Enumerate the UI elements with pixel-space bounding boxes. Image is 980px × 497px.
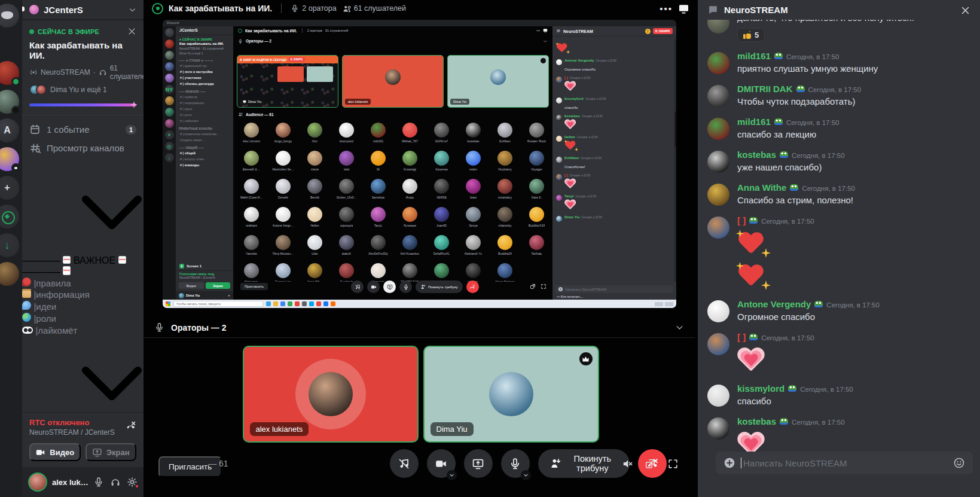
- speaker-tile[interactable]: Dima Yiu: [423, 346, 599, 443]
- chat-message[interactable]: [ ] Сегодня, в 17:50: [707, 332, 970, 374]
- chat-message[interactable]: делай то, что нравиться и все получиться…: [707, 20, 970, 42]
- soundboard-muted-button[interactable]: [390, 449, 419, 478]
- disconnect-icon[interactable]: [126, 420, 136, 431]
- server-icon[interactable]: [0, 233, 19, 257]
- fullscreen-icon[interactable]: [667, 458, 679, 469]
- message-timestamp: Сегодня, в 17:50: [808, 86, 862, 93]
- taskbar-app-icon: [295, 301, 300, 306]
- emoji-picker-icon[interactable]: [953, 457, 965, 469]
- scrollbar[interactable]: [674, 38, 676, 282]
- screenshare-button[interactable]: [464, 449, 493, 478]
- screen-share-button[interactable]: Экран: [86, 443, 137, 461]
- leave-stage-button[interactable]: Покинуть трибуну: [538, 449, 630, 478]
- camera-options-chevron[interactable]: [447, 470, 457, 480]
- channel-row[interactable]: |информация: [22, 289, 144, 301]
- rtc-location[interactable]: NeuroSTREAM / JCenterS: [29, 428, 126, 437]
- message-author[interactable]: kostebas: [737, 416, 776, 426]
- speaker-tile[interactable]: alex lukianets: [243, 346, 419, 443]
- close-icon[interactable]: [127, 27, 136, 36]
- server-icon[interactable]: [0, 262, 19, 286]
- audience-name: Rustam 'Rock: [527, 139, 546, 143]
- chat-input[interactable]: [742, 452, 947, 474]
- chat-message[interactable]: kostebas Сегодня, в 17:50 уже нашел спас…: [707, 150, 970, 173]
- pepe-badge-icon: [780, 418, 788, 425]
- server-letter: A: [0, 118, 19, 142]
- avatar: [371, 123, 386, 138]
- camera-button[interactable]: [427, 449, 456, 478]
- message-author[interactable]: [ ]: [737, 215, 746, 225]
- audience-member: Anna Wit…: [299, 261, 331, 282]
- audience-name: Кошечка: [435, 167, 447, 171]
- chevron-down-icon[interactable]: [675, 323, 684, 332]
- inner-sidebar-row: # | лайкомёт: [176, 118, 233, 124]
- message-author[interactable]: kostebas: [737, 150, 776, 160]
- leave-stage-icon: [549, 458, 561, 469]
- popout-icon[interactable]: [645, 458, 656, 469]
- channel-emoji-icon: [22, 313, 31, 322]
- avatar[interactable]: [28, 472, 47, 492]
- channel-row[interactable]: |роли: [22, 313, 144, 325]
- channel-row[interactable]: |лайкомёт: [22, 325, 144, 337]
- message-author[interactable]: [ ]: [737, 332, 746, 342]
- server-icon[interactable]: +: [0, 176, 19, 200]
- user-name[interactable]: alex lukian…: [52, 478, 88, 487]
- avatar: [466, 179, 481, 194]
- close-chat-button[interactable]: [960, 4, 970, 15]
- live-event-card[interactable]: СЕЙЧАС В ЭФИРЕ Как зарабатывать на ИИ. N…: [22, 20, 144, 115]
- audience-member: den.plyaskin: [426, 261, 457, 282]
- browse-channels-row[interactable]: Просмотр каналов: [22, 139, 144, 157]
- avatar: [244, 207, 259, 222]
- server-icon[interactable]: [0, 61, 19, 85]
- channel-row[interactable]: |правила: [22, 278, 144, 289]
- avatar: [529, 123, 544, 138]
- message-author[interactable]: kissmylord: [737, 383, 784, 394]
- chat-message[interactable]: Anna Withe Сегодня, в 17:50 Спасибо за с…: [707, 182, 970, 206]
- mic-options-chevron[interactable]: [521, 470, 531, 480]
- inner-sidebar-bottom: SScreen 1 Голосовая связь под. NeuroSTRE…: [176, 262, 233, 300]
- attach-plus-icon[interactable]: [723, 457, 735, 469]
- message-author[interactable]: Anna Withe: [737, 182, 786, 193]
- audience-member: SGFbl w7: [426, 121, 457, 149]
- inner-sidebar-row: Dima Yiu и ещё 1: [176, 51, 233, 56]
- avatar: [371, 151, 386, 166]
- chat-message[interactable]: DMITRII DAK Сегодня, в 17:50 Чтобы чуток…: [707, 84, 970, 108]
- server-icon[interactable]: A: [0, 118, 19, 142]
- chat-message[interactable]: kostebas Сегодня, в 17:50: [707, 416, 970, 452]
- message-author[interactable]: Antone Vergendy: [737, 299, 811, 309]
- server-header[interactable]: JCenterS: [22, 0, 144, 20]
- thumbsup-reaction[interactable]: 5: [737, 28, 765, 42]
- mute-stream-icon[interactable]: [622, 458, 633, 469]
- server-icon[interactable]: [0, 90, 19, 114]
- channel-row[interactable]: |идеи: [22, 301, 144, 313]
- inner-window-titlebar: Discord: [163, 20, 676, 26]
- message-author[interactable]: DMITRII DAK: [737, 84, 793, 94]
- inner-sidebar: SScreen 1 Голосовая связь под. NeuroSTRE…: [176, 26, 233, 300]
- stream-view[interactable]: Discord NY+◎↓ SScreen 1 Голосовая связь …: [163, 20, 676, 308]
- audience-name: resiktant: [246, 224, 257, 227]
- headphones-icon[interactable]: [110, 477, 121, 487]
- channel-row[interactable]: ———— ВАЖНОЕ ————: [22, 166, 144, 278]
- chat-message[interactable]: [ ] Сегодня, в 17:50: [707, 215, 970, 290]
- video-button[interactable]: Видео: [29, 443, 81, 461]
- chat-message[interactable]: mild161 Сегодня, в 17:50 спасибо за лекц…: [707, 117, 970, 141]
- channel-row[interactable]: ПРИВАТНЫЕ КАНАЛЫ: [22, 337, 144, 412]
- server-icon[interactable]: [0, 205, 19, 228]
- audience-member: Alec Umnizzi: [236, 121, 267, 149]
- more-options-icon[interactable]: •••: [660, 4, 673, 14]
- mic-icon[interactable]: [93, 477, 104, 487]
- message-author[interactable]: mild161: [737, 51, 771, 61]
- server-icon[interactable]: [0, 32, 19, 56]
- mic-button[interactable]: [501, 449, 530, 478]
- speakers-section-header[interactable]: Ораторы — 2: [144, 318, 695, 338]
- chat-message[interactable]: kissmylord Сегодня, в 17:50 спасибо: [707, 383, 970, 407]
- server-icon[interactable]: [0, 4, 19, 28]
- audience-member: Lilan: [299, 233, 331, 261]
- audience-name: Kiril Kusankov: [401, 252, 420, 255]
- message-author[interactable]: mild161: [737, 117, 771, 127]
- server-icon[interactable]: [0, 147, 19, 171]
- chat-message[interactable]: Antone Vergendy Сегодня, в 17:50 Огромно…: [707, 299, 970, 323]
- chat-message[interactable]: mild161 Сегодня, в 17:50 приятно слушать…: [707, 51, 970, 75]
- audience-member: kostebas: [457, 121, 489, 149]
- events-row[interactable]: 1 событие 1: [22, 120, 144, 139]
- watching-screen-icon[interactable]: [678, 3, 689, 14]
